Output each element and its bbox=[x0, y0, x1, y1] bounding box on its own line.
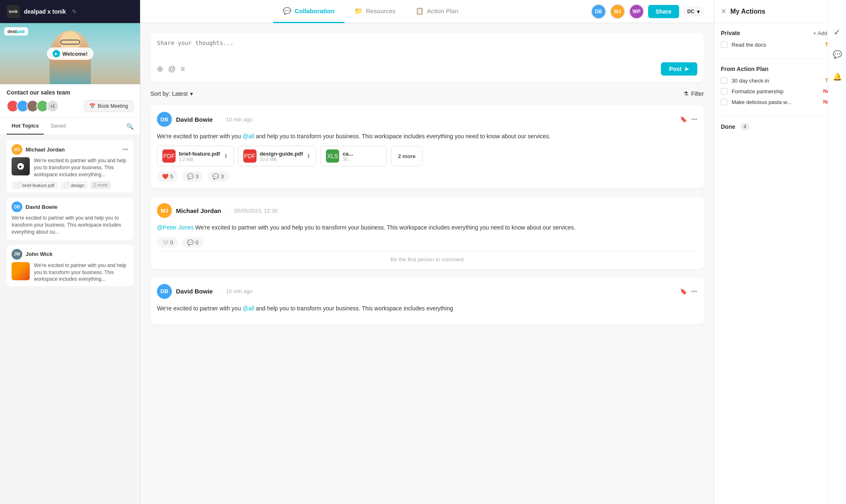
file-badge: 📄design bbox=[60, 181, 88, 189]
chat-icon[interactable]: 💬 bbox=[830, 47, 845, 62]
list-item[interactable]: DB David Bowie We're excited to partner … bbox=[7, 197, 133, 239]
sidebar-posts-list: MJ Michael Jordan ••• ▶ We're excited to… bbox=[0, 135, 140, 504]
tab-saved[interactable]: Saved bbox=[45, 118, 71, 135]
action-label: Read the docs bbox=[732, 42, 821, 48]
reaction-comment[interactable]: 💬 3 bbox=[182, 171, 203, 182]
post-card: DB David Bowie · 10 min ago 🔖 ••• We're … bbox=[150, 105, 704, 188]
att-name: ca... bbox=[342, 151, 381, 157]
play-icon[interactable]: ▶ bbox=[52, 50, 60, 57]
section-title: From Action Plan bbox=[721, 66, 768, 72]
action-checkbox[interactable] bbox=[721, 88, 727, 95]
right-panel: ✕ My Actions Private + Add New Read the … bbox=[714, 0, 846, 504]
chevron-down-icon: ▾ bbox=[697, 8, 700, 15]
action-checkbox[interactable] bbox=[721, 77, 727, 84]
user-chip[interactable]: DC ▾ bbox=[683, 7, 704, 17]
post-menu-icon[interactable]: ••• bbox=[122, 146, 128, 153]
main-tabs: 💬 Collaboration 📁 Resources 📋 Action Pla… bbox=[150, 0, 591, 23]
post-author: John Wick bbox=[26, 251, 52, 257]
compose-toolbar: ⊕ @ ≡ Post ➤ bbox=[157, 62, 697, 76]
post-body: We're excited to partner with you @all a… bbox=[157, 304, 697, 313]
attachment-item[interactable]: PDF design-guide.pdf 10.5 MB ⬇ bbox=[238, 146, 317, 166]
collaboration-area: ⊕ @ ≡ Post ➤ Sort by: Latest ▾ ⚗ Filter bbox=[140, 23, 714, 504]
bell-icon[interactable]: 🔔 bbox=[830, 69, 845, 84]
post-card: DB David Bowie · 10 min ago 🔖 ••• We're … bbox=[150, 277, 704, 324]
compose-input[interactable] bbox=[157, 40, 697, 56]
file-icon: XLS bbox=[326, 149, 339, 163]
att-size: 1.2 MB bbox=[179, 157, 220, 162]
more-badge: 2 more bbox=[90, 181, 111, 189]
plus-icon[interactable]: ⊕ bbox=[157, 64, 163, 73]
post-reactions: ❤️ 5 💬 3 💬 3 bbox=[157, 171, 697, 182]
sort-filter-bar: Sort by: Latest ▾ ⚗ Filter bbox=[150, 90, 704, 97]
post-thumbnail bbox=[12, 262, 30, 280]
left-sidebar: tonik dealpad x tonik ✎ dealpad ▶ Welcom… bbox=[0, 0, 140, 504]
reaction-heart[interactable]: ❤️ 5 bbox=[157, 171, 178, 182]
edit-icon[interactable]: ✎ bbox=[72, 8, 77, 15]
action-item: Make delicious pasta w... Nov 23 bbox=[721, 99, 839, 105]
mention: @Peter Jones bbox=[157, 224, 194, 231]
post-text: We're excited to partner with you and he… bbox=[12, 215, 128, 235]
collaboration-icon: 💬 bbox=[283, 7, 291, 15]
avatar: DB bbox=[157, 284, 172, 299]
attachment-item[interactable]: XLS ca... 30... bbox=[321, 146, 387, 166]
bookmark-icon[interactable]: 🔖 bbox=[680, 288, 687, 295]
attachment-item[interactable]: PDF brief-feature.pdf 1.2 MB ⬇ bbox=[157, 146, 234, 166]
more-attachments[interactable]: 2 more bbox=[391, 146, 423, 166]
check-circle-icon[interactable]: ✓ bbox=[830, 25, 845, 40]
list-item[interactable]: MJ Michael Jordan ••• ▶ We're excited to… bbox=[7, 140, 133, 192]
avatar-plus: +1 bbox=[46, 100, 59, 112]
first-comment: Be the first person to comment bbox=[157, 251, 697, 263]
resources-icon: 📁 bbox=[354, 7, 363, 15]
post-separator: · bbox=[228, 208, 230, 214]
sidebar-tabs: Hot Topics Saved 🔍 bbox=[0, 118, 140, 135]
share-button[interactable]: Share bbox=[648, 5, 679, 18]
contact-title: Contact our sales team bbox=[7, 89, 133, 96]
post-button[interactable]: Post ➤ bbox=[661, 62, 697, 76]
close-panel-button[interactable]: ✕ bbox=[721, 7, 726, 15]
attachments: PDF brief-feature.pdf 1.2 MB ⬇ PDF desig… bbox=[157, 146, 697, 166]
avatar: JW bbox=[12, 249, 22, 260]
action-checkbox[interactable] bbox=[721, 99, 727, 105]
reaction-comment[interactable]: 💬 0 bbox=[182, 237, 203, 248]
book-meeting-button[interactable]: 📅 Book Meeting bbox=[84, 100, 133, 112]
calendar-icon: 📅 bbox=[89, 103, 95, 109]
avatar: DB bbox=[157, 112, 172, 127]
main-content: 💬 Collaboration 📁 Resources 📋 Action Pla… bbox=[140, 0, 714, 504]
done-section[interactable]: Done 4 ▾ bbox=[714, 116, 846, 137]
download-icon[interactable]: ⬇ bbox=[306, 153, 311, 159]
header-avatar-3: WP bbox=[629, 4, 644, 19]
action-checkbox[interactable] bbox=[721, 41, 727, 48]
tab-collaboration[interactable]: 💬 Collaboration bbox=[273, 0, 345, 23]
tab-action-plan[interactable]: 📋 Action Plan bbox=[406, 0, 468, 23]
search-icon[interactable]: 🔍 bbox=[126, 123, 133, 130]
download-icon[interactable]: ⬇ bbox=[223, 153, 228, 159]
post-body: We're excited to partner with you @all a… bbox=[157, 132, 697, 141]
welcome-badge: ▶ Welcome! bbox=[47, 47, 93, 60]
sort-chevron-icon: ▾ bbox=[190, 90, 193, 97]
bookmark-icon[interactable]: 🔖 bbox=[680, 116, 687, 123]
post-reactions: 🤍 0 💬 0 bbox=[157, 237, 697, 248]
reaction-view[interactable]: 💬 3 bbox=[207, 171, 228, 182]
sort-button[interactable]: Sort by: Latest ▾ bbox=[150, 90, 193, 97]
header-avatar-2: MJ bbox=[610, 4, 625, 19]
tab-hot-topics[interactable]: Hot Topics bbox=[7, 118, 44, 135]
action-item: Formalize partnership Nov 23 bbox=[721, 88, 839, 95]
post-separator: · bbox=[220, 288, 222, 294]
action-item: Read the docs Today bbox=[721, 41, 839, 48]
mention-icon[interactable]: @ bbox=[168, 65, 176, 73]
more-options-icon[interactable]: ••• bbox=[691, 288, 697, 295]
done-count: 4 bbox=[740, 123, 750, 130]
action-label: Formalize partnership bbox=[732, 88, 819, 95]
list-item[interactable]: JW John Wick We're excited to partner wi… bbox=[7, 245, 133, 286]
att-size: 30... bbox=[342, 157, 381, 162]
more-options-icon[interactable]: ••• bbox=[691, 116, 697, 123]
contact-avatars: +1 bbox=[7, 100, 59, 112]
post-time: 05/05/2023, 12:30 bbox=[234, 208, 278, 214]
post-author: Michael Jordan bbox=[176, 207, 221, 214]
tab-resources[interactable]: 📁 Resources bbox=[345, 0, 406, 23]
list-icon[interactable]: ≡ bbox=[181, 65, 185, 73]
reaction-heart[interactable]: 🤍 0 bbox=[157, 237, 178, 248]
post-time: 10 min ago bbox=[226, 288, 252, 294]
filter-button[interactable]: ⚗ Filter bbox=[683, 90, 704, 97]
avatar: MJ bbox=[12, 144, 22, 155]
